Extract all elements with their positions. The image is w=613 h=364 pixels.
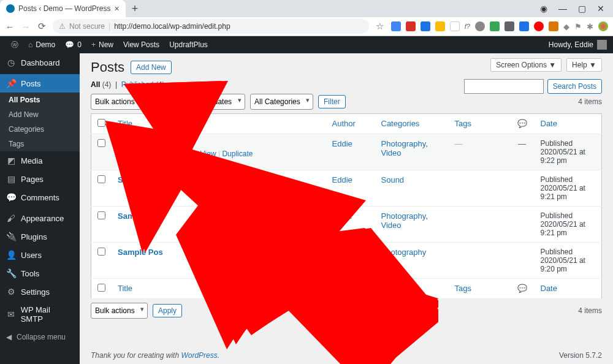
- maximize-icon[interactable]: ▢: [578, 4, 586, 13]
- profile-avatar[interactable]: [598, 21, 608, 31]
- row-checkbox[interactable]: [97, 139, 105, 147]
- author-link[interactable]: Eddie: [332, 211, 352, 221]
- author-link[interactable]: Eddie: [332, 139, 352, 148]
- category-link[interactable]: Photography: [381, 139, 426, 148]
- submenu-categories[interactable]: Categories: [0, 122, 80, 137]
- flag-icon[interactable]: ⚑: [574, 22, 582, 31]
- view-link[interactable]: View: [200, 150, 216, 158]
- close-window-icon[interactable]: ✕: [597, 4, 604, 13]
- add-new-button[interactable]: Add New: [131, 61, 172, 74]
- help-button[interactable]: Help ▼: [566, 58, 602, 72]
- bulk-actions-select-bottom[interactable]: Bulk actions: [91, 303, 148, 319]
- address-bar[interactable]: ⚠ Not secure | http://demo.local/wp-admi…: [53, 19, 369, 34]
- wp-logo-menu[interactable]: ⓦ: [6, 40, 23, 50]
- search-input[interactable]: [464, 79, 544, 94]
- star-icon[interactable]: ☆: [375, 21, 385, 32]
- extension-icon[interactable]: [421, 21, 430, 31]
- extension-icon[interactable]: [435, 21, 445, 31]
- new-menu[interactable]: +New: [86, 40, 118, 49]
- view-posts-link[interactable]: View Posts: [118, 40, 164, 49]
- browser-tab[interactable]: Posts ‹ Demo — WordPress ×: [0, 0, 126, 17]
- extension-icon[interactable]: [406, 21, 416, 31]
- footer-comments[interactable]: 💬: [510, 279, 535, 299]
- submenu-allposts[interactable]: All Posts: [0, 93, 80, 107]
- menu-dashboard[interactable]: ◷Dashboard: [0, 53, 80, 72]
- date-filter-select[interactable]: All dates: [199, 94, 245, 110]
- category-link[interactable]: Photography: [381, 211, 426, 221]
- footer-tags: Tags: [449, 279, 510, 299]
- new-tab-button[interactable]: +: [126, 2, 145, 15]
- comments-menu[interactable]: 💬0: [60, 40, 86, 49]
- puzzle-icon[interactable]: ✱: [587, 22, 593, 31]
- submenu-posts: All Posts Add New Categories Tags: [0, 93, 80, 151]
- search-posts-button[interactable]: Search Posts: [547, 79, 602, 94]
- apply-button-bottom[interactable]: Apply: [153, 304, 182, 317]
- apply-button[interactable]: Apply: [153, 95, 182, 108]
- category-link[interactable]: Video: [381, 148, 402, 157]
- extension-icon[interactable]: ◆: [563, 22, 569, 31]
- menu-media[interactable]: ◩Media: [0, 151, 80, 170]
- collapse-menu[interactable]: ◀Collapse menu: [0, 328, 80, 346]
- category-link[interactable]: Photography: [381, 248, 427, 257]
- extension-icon[interactable]: [534, 21, 544, 31]
- filter-button[interactable]: Filter: [318, 95, 346, 108]
- menu-pages[interactable]: ▤Pages: [0, 170, 80, 188]
- wordpress-link[interactable]: WordPress: [181, 351, 217, 360]
- header-comments[interactable]: 💬: [510, 114, 535, 134]
- close-tab-icon[interactable]: ×: [114, 4, 119, 13]
- select-all-checkbox-bottom[interactable]: [97, 284, 105, 292]
- back-icon[interactable]: ←: [5, 21, 15, 32]
- submenu-addnew[interactable]: Add New: [0, 107, 80, 122]
- row-checkbox[interactable]: [97, 211, 105, 219]
- filter-published[interactable]: Published (4): [121, 80, 165, 89]
- row-checkbox[interactable]: [97, 248, 105, 256]
- menu-plugins[interactable]: 🔌Plugins: [0, 227, 80, 246]
- filter-all[interactable]: All (4): [91, 80, 111, 89]
- bulk-actions-select[interactable]: Bulk actions: [91, 94, 148, 110]
- site-menu[interactable]: ⌂Demo: [23, 40, 60, 49]
- howdy-menu[interactable]: Howdy, Eddie: [549, 40, 607, 50]
- reload-icon[interactable]: ⟳: [37, 21, 47, 32]
- select-all-checkbox[interactable]: [97, 119, 105, 127]
- plug-icon: 🔌: [6, 232, 16, 241]
- screen-options-button[interactable]: Screen Options ▼: [490, 58, 562, 72]
- updraftplus-menu[interactable]: UpdraftPlus: [164, 40, 213, 49]
- author-link[interactable]: Eddie: [332, 175, 352, 184]
- forward-icon[interactable]: →: [21, 21, 31, 32]
- menu-wpmailsmtp[interactable]: ✉WP Mail SMTP: [0, 301, 80, 328]
- post-title-link[interactable]: Sample Post #4: [118, 139, 177, 148]
- extension-icon[interactable]: [504, 21, 514, 31]
- menu-settings[interactable]: ⚙Settings: [0, 282, 80, 301]
- header-title[interactable]: Title: [112, 114, 326, 134]
- menu-tools[interactable]: 🔧Tools: [0, 264, 80, 282]
- edit-link[interactable]: Edit: [118, 150, 131, 158]
- extension-icon[interactable]: [450, 21, 460, 31]
- duplicate-link[interactable]: Duplicate: [222, 150, 253, 158]
- post-title-link[interactable]: Sample Pos: [118, 248, 163, 257]
- post-title-link[interactable]: Sample: [118, 211, 146, 221]
- header-date[interactable]: Date: [535, 114, 602, 134]
- trash-link[interactable]: Trash: [176, 150, 194, 158]
- extension-icon[interactable]: [549, 21, 558, 31]
- category-filter-select[interactable]: All Categories: [250, 94, 313, 110]
- extension-icon[interactable]: [475, 21, 485, 31]
- post-title-link[interactable]: Samp: [118, 175, 139, 184]
- footer-date[interactable]: Date: [535, 279, 602, 299]
- quick-edit-link[interactable]: Quick Edit: [136, 150, 170, 158]
- category-link[interactable]: Video: [381, 221, 402, 230]
- author-link[interactable]: Eddie: [332, 248, 352, 257]
- extension-icon[interactable]: [519, 21, 529, 31]
- extension-icon[interactable]: [391, 21, 401, 31]
- extension-icon[interactable]: [490, 21, 500, 31]
- table-row: Samp Eddie Sound Published2020/05/21 at …: [91, 170, 602, 207]
- footer-title[interactable]: Title: [112, 279, 326, 299]
- submenu-tags[interactable]: Tags: [0, 137, 80, 151]
- category-link[interactable]: Sound: [381, 175, 405, 184]
- menu-comments[interactable]: 💬Comments: [0, 188, 80, 207]
- row-checkbox[interactable]: [97, 175, 105, 183]
- menu-posts[interactable]: 📌Posts: [0, 74, 80, 93]
- extension-icon[interactable]: f?: [465, 23, 470, 30]
- minimize-icon[interactable]: —: [558, 4, 567, 13]
- menu-users[interactable]: 👤Users: [0, 246, 80, 264]
- menu-appearance[interactable]: 🖌Appearance: [0, 209, 80, 227]
